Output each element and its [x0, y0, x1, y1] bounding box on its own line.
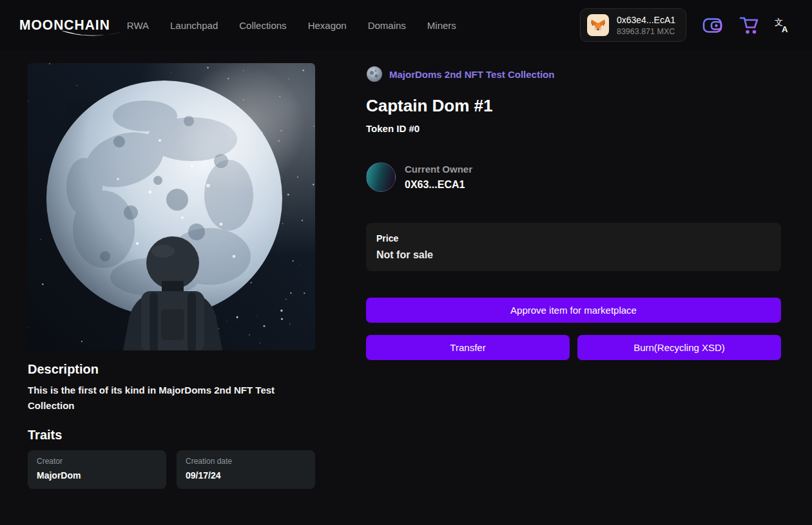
transfer-button[interactable]: Transfer	[366, 335, 570, 360]
approve-marketplace-button[interactable]: Approve item for marketplace	[366, 298, 781, 323]
price-panel: Price Not for sale	[366, 223, 781, 271]
nft-artwork-image	[28, 63, 315, 350]
token-id: Token ID #0	[366, 123, 781, 134]
header-right-cluster: 0x63e4...EcA1 83963.871 MXC	[580, 8, 790, 42]
trait-value: 09/17/24	[186, 470, 306, 481]
owner-avatar[interactable]	[366, 162, 396, 192]
moonchain-logo[interactable]: MOONCHAIN	[19, 17, 110, 33]
burn-button[interactable]: Burn(Recycling XSD)	[577, 335, 781, 360]
wallet-balance: 83963.871 MXC	[617, 27, 675, 36]
nft-title: Captain Dom #1	[366, 96, 781, 116]
current-owner-row: Current Owner 0X63...ECA1	[366, 162, 781, 192]
wallet-texts: 0x63e4...EcA1 83963.871 MXC	[617, 15, 675, 36]
top-nav-bar: MOONCHAIN RWA Launchpad Collections Hexa…	[0, 0, 812, 50]
traits-list: Creator MajorDom Creation date 09/17/24	[28, 450, 315, 489]
owner-label: Current Owner	[405, 164, 472, 175]
connected-wallet-button[interactable]: 0x63e4...EcA1 83963.871 MXC	[580, 8, 686, 42]
nft-detail-page: Description This is the first of its kin…	[0, 50, 812, 489]
description-heading: Description	[28, 362, 315, 377]
price-value: Not for sale	[376, 249, 771, 261]
svg-text:A: A	[782, 24, 788, 33]
nav-item-rwa[interactable]: RWA	[127, 20, 149, 31]
left-column: Description This is the first of its kin…	[28, 63, 315, 489]
nav-item-launchpad[interactable]: Launchpad	[170, 20, 218, 31]
translate-icon[interactable]: 文 A	[775, 17, 790, 33]
wallet-address: 0x63e4...EcA1	[617, 15, 675, 25]
trait-card-creation-date: Creation date 09/17/24	[177, 450, 315, 489]
traits-heading: Traits	[28, 428, 315, 443]
nav-item-hexagon[interactable]: Hexagon	[308, 20, 347, 31]
collection-link[interactable]: MajorDoms 2nd NFT Test Collection	[366, 66, 781, 82]
trait-label: Creator	[37, 457, 157, 466]
collection-name: MajorDoms 2nd NFT Test Collection	[389, 69, 554, 80]
cart-icon[interactable]	[739, 15, 759, 36]
owner-address: 0X63...ECA1	[405, 179, 472, 191]
nav-item-domains[interactable]: Domains	[368, 20, 406, 31]
main-nav: RWA Launchpad Collections Hexagon Domain…	[127, 20, 456, 31]
trait-label: Creation date	[186, 457, 306, 466]
trait-card-creator: Creator MajorDom	[28, 450, 166, 489]
right-column: MajorDoms 2nd NFT Test Collection Captai…	[366, 63, 781, 489]
trait-value: MajorDom	[37, 470, 157, 481]
metamask-fox-icon	[587, 14, 609, 36]
nav-item-miners[interactable]: Miners	[427, 20, 456, 31]
logo-swoosh-icon	[59, 29, 127, 38]
owner-texts: Current Owner 0X63...ECA1	[405, 164, 472, 191]
collection-avatar	[366, 66, 383, 82]
action-buttons-row: Transfer Burn(Recycling XSD)	[366, 335, 781, 360]
wallet-icon[interactable]	[702, 14, 724, 36]
description-text: This is the first of its kind in MajorDo…	[28, 383, 305, 414]
price-label: Price	[376, 233, 771, 243]
nav-item-collections[interactable]: Collections	[239, 20, 286, 31]
